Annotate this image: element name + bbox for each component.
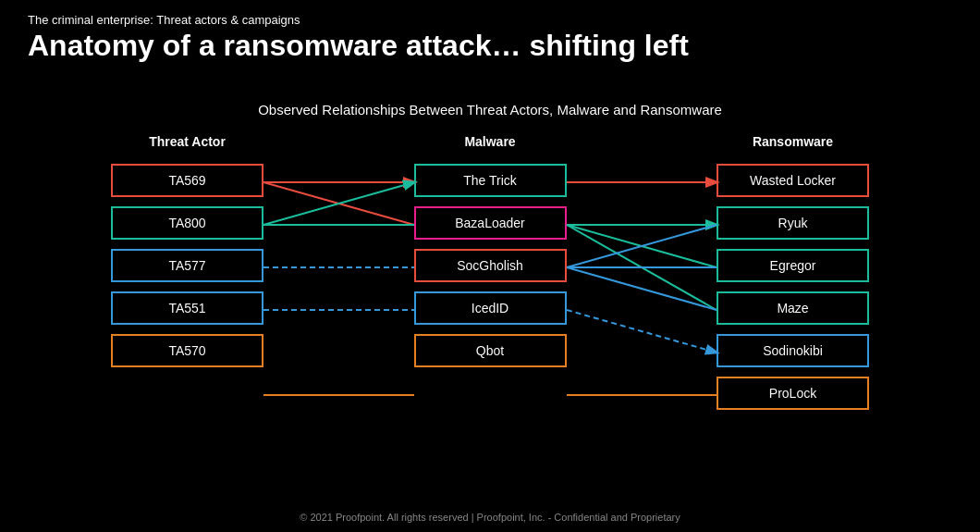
ta570-box: TA570 <box>111 334 263 367</box>
threat-actor-column: Threat Actor TA569 TA800 TA577 TA551 TA5… <box>111 134 263 367</box>
ransomware-column: Ransomware Wasted Locker Ryuk Egregor Ma… <box>717 134 869 410</box>
prolock-box: ProLock <box>717 377 869 410</box>
header: The criminal enterprise: Threat actors &… <box>28 13 689 63</box>
qbot-box: Qbot <box>414 334 567 367</box>
ta569-box: TA569 <box>111 164 263 197</box>
threat-actor-header: Threat Actor <box>149 134 226 149</box>
ta577-box: TA577 <box>111 249 263 282</box>
ransomware-header: Ransomware <box>753 134 833 149</box>
diagram-title: Observed Relationships Between Threat Ac… <box>111 102 869 118</box>
the-trick-box: The Trick <box>414 164 567 197</box>
footer: © 2021 Proofpoint. All rights reserved |… <box>300 512 680 523</box>
sodinokibi-box: Sodinokibi <box>717 334 869 367</box>
socgholish-box: SocGholish <box>414 249 567 282</box>
footer-text: © 2021 Proofpoint. All rights reserved |… <box>300 512 680 523</box>
egregor-box: Egregor <box>717 249 869 282</box>
subtitle: The criminal enterprise: Threat actors &… <box>28 13 689 27</box>
wasted-locker-box: Wasted Locker <box>717 164 869 197</box>
ryuk-box: Ryuk <box>717 206 869 240</box>
maze-box: Maze <box>717 291 869 325</box>
icedid-box: IcedID <box>414 291 567 325</box>
diagram-container: Observed Relationships Between Threat Ac… <box>111 102 869 410</box>
ta551-box: TA551 <box>111 291 263 325</box>
bazaloader-box: BazaLoader <box>414 206 567 240</box>
ta800-box: TA800 <box>111 206 263 240</box>
malware-column: Malware The Trick BazaLoader SocGholish … <box>414 134 567 367</box>
malware-header: Malware <box>464 134 515 149</box>
columns: Threat Actor TA569 TA800 TA577 TA551 TA5… <box>111 134 869 410</box>
main-title: Anatomy of a ransomware attack… shifting… <box>28 29 689 63</box>
